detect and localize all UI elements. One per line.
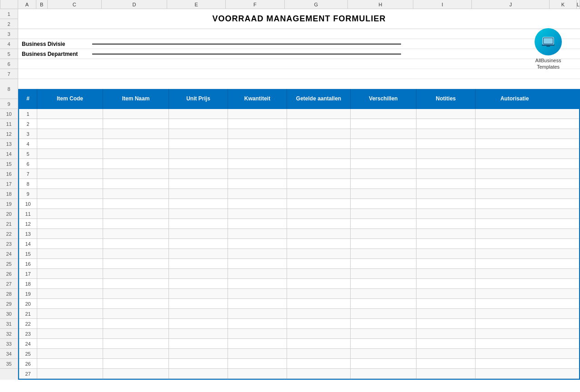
rn-1: 1 [0, 9, 18, 19]
corner-cell [0, 0, 18, 9]
table-row: 5 [19, 149, 579, 159]
td-au-1[interactable] [476, 109, 554, 119]
col-header-f: F [226, 0, 284, 9]
rn-4: 4 [0, 39, 18, 49]
rn-20: 20 [0, 209, 18, 219]
col-header-j: J [472, 0, 550, 9]
main-layout: 1 2 3 4 5 6 7 8 9 10 11 12 13 14 15 16 1… [0, 9, 580, 380]
td-ga-1[interactable] [287, 109, 351, 119]
spreadsheet-wrapper: A B C D E F G H I J K L 1 2 3 4 5 6 7 8 … [0, 0, 580, 380]
td-in-1[interactable] [103, 109, 169, 119]
col-header-k: K [550, 0, 577, 9]
rn-14: 14 [0, 149, 18, 159]
table-row: 3 [19, 129, 579, 139]
col-header-a: A [18, 0, 36, 9]
table-row: 24 [19, 339, 579, 349]
logo-brand: AllBusiness [535, 58, 561, 63]
th-kwantiteit: Kwantiteit [228, 89, 287, 109]
rn-2: 2 [0, 19, 18, 29]
empty-row-6 [18, 69, 580, 79]
th-autorisatie: Autorisatie [476, 89, 554, 109]
business-department-line [92, 54, 401, 55]
rn-16: 16 [0, 169, 18, 179]
logo-sub: Templates [537, 64, 560, 69]
td-vs-1[interactable] [351, 109, 416, 119]
main-content: VOORRAAD MANAGEMENT FORMULIER Business D… [18, 9, 580, 380]
rn-3: 3 [0, 29, 18, 39]
business-divisie-row: Business Divisie [18, 39, 580, 49]
rn-24: 24 [0, 249, 18, 259]
table-row: 1 [19, 109, 579, 119]
logo-area: AllBusiness Templates [525, 28, 571, 70]
table-row: 17 [19, 269, 579, 279]
rn-18: 18 [0, 189, 18, 199]
table-row: 18 [19, 279, 579, 289]
rn-22: 22 [0, 229, 18, 239]
table-row: 21 [19, 309, 579, 319]
td-ic-1[interactable] [37, 109, 103, 119]
rn-26: 26 [0, 269, 18, 279]
table-row: 23 [19, 329, 579, 339]
table-row: 10 [19, 199, 579, 209]
table-row: 9 [19, 189, 579, 199]
td-no-1[interactable] [416, 109, 476, 119]
rn-8: 8 [0, 79, 18, 99]
table-row: 11 [19, 209, 579, 219]
rn-6: 6 [0, 59, 18, 69]
rn-21: 21 [0, 219, 18, 229]
th-num: # [19, 89, 37, 109]
business-divisie-line [92, 44, 401, 45]
svg-rect-2 [542, 45, 555, 46]
th-verschillen: Verschillen [351, 89, 416, 109]
th-getelde-aantallen: Getelde aantallen [287, 89, 351, 109]
empty-row-5 [18, 59, 580, 69]
col-header-c: C [48, 0, 102, 9]
row-num-1: 1 [19, 109, 37, 119]
table-row: 2 [19, 119, 579, 129]
table-row: 19 [19, 289, 579, 299]
col-header-l: L [577, 0, 580, 9]
rn-34: 34 [0, 349, 18, 359]
laptop-icon [540, 34, 556, 50]
table-row: 8 [19, 179, 579, 189]
logo-circle [535, 28, 562, 55]
table-row: 22 [19, 319, 579, 329]
rn-11: 11 [0, 119, 18, 129]
col-header-d: D [102, 0, 167, 9]
rn-7: 7 [0, 69, 18, 79]
rn-32: 32 [0, 329, 18, 339]
business-divisie-label: Business Divisie [22, 41, 92, 47]
business-department-row: Business Department [18, 49, 580, 59]
rn-5: 5 [0, 49, 18, 59]
svg-rect-1 [544, 38, 553, 44]
table-row: 25 [19, 349, 579, 359]
table-header: # Item Code Item Naam Unit Prijs Kwantit… [19, 89, 579, 109]
table-row: 6 [19, 159, 579, 169]
col-header-g: G [285, 0, 348, 9]
row-num-col: 1 2 3 4 5 6 7 8 9 10 11 12 13 14 15 16 1… [0, 9, 18, 380]
table-row: 16 [19, 259, 579, 269]
td-kw-1[interactable] [228, 109, 287, 119]
col-header-h: H [348, 0, 413, 9]
rn-33: 33 [0, 339, 18, 349]
rn-19: 19 [0, 199, 18, 209]
table-row: 14 [19, 239, 579, 249]
rn-23: 23 [0, 239, 18, 249]
table-row: 26 [19, 359, 579, 369]
rn-28: 28 [0, 289, 18, 299]
logo-text: AllBusiness Templates [535, 57, 561, 70]
page-title: VOORRAAD MANAGEMENT FORMULIER [213, 14, 386, 24]
rn-29: 29 [0, 299, 18, 309]
rn-9: 9 [0, 99, 18, 109]
table-row: 20 [19, 299, 579, 309]
rn-35: 35 [0, 359, 18, 369]
row-num-2: 2 [19, 119, 37, 129]
th-unit-prijs: Unit Prijs [169, 89, 228, 109]
td-up-1[interactable] [169, 109, 228, 119]
rn-25: 25 [0, 259, 18, 269]
rn-10: 10 [0, 109, 18, 119]
col-headers-area: A B C D E F G H I J K L [0, 0, 580, 9]
table-row: 27 [19, 369, 579, 379]
rn-12: 12 [0, 129, 18, 139]
th-item-code: Item Code [37, 89, 103, 109]
